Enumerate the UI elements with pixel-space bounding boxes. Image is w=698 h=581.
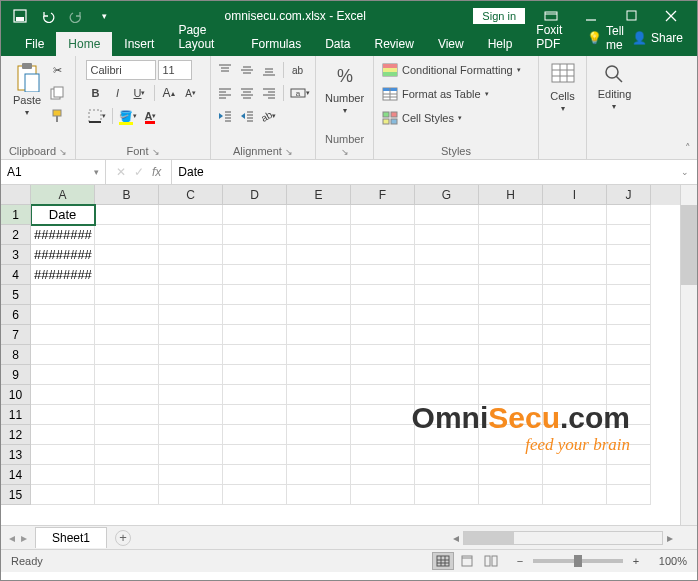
tab-page-layout[interactable]: Page Layout <box>166 18 239 56</box>
cell[interactable] <box>31 445 95 465</box>
cells-button[interactable]: Cells ▾ <box>546 60 580 115</box>
cell[interactable] <box>415 345 479 365</box>
expand-formula-bar-icon[interactable]: ⌄ <box>673 167 697 177</box>
cell[interactable] <box>95 365 159 385</box>
tab-help[interactable]: Help <box>476 32 525 56</box>
cell[interactable] <box>351 385 415 405</box>
row-header[interactable]: 3 <box>1 245 30 265</box>
cell[interactable] <box>415 285 479 305</box>
cell[interactable] <box>223 385 287 405</box>
redo-icon[interactable] <box>63 4 89 28</box>
cell[interactable] <box>543 365 607 385</box>
cell[interactable] <box>543 205 607 225</box>
cell[interactable] <box>159 205 223 225</box>
cell[interactable] <box>543 285 607 305</box>
zoom-slider[interactable] <box>533 559 623 563</box>
cell[interactable] <box>223 265 287 285</box>
row-header[interactable]: 5 <box>1 285 30 305</box>
cell[interactable] <box>223 205 287 225</box>
cell[interactable] <box>287 485 351 505</box>
cell[interactable] <box>607 305 651 325</box>
cells-area[interactable]: OmniSecu.com feed your brain Date#######… <box>31 205 680 505</box>
align-left-button[interactable] <box>215 83 235 103</box>
cell[interactable] <box>287 445 351 465</box>
font-size-select[interactable]: 11 <box>158 60 192 80</box>
row-header[interactable]: 10 <box>1 385 30 405</box>
paste-button[interactable]: Paste ▾ <box>9 60 45 126</box>
cell[interactable] <box>287 285 351 305</box>
tab-data[interactable]: Data <box>313 32 362 56</box>
column-header[interactable]: I <box>543 185 607 205</box>
cell-styles-button[interactable]: Cell Styles▾ <box>380 108 532 128</box>
name-box[interactable]: A1▾ <box>1 160 106 184</box>
cell[interactable] <box>159 305 223 325</box>
borders-button[interactable]: ▾ <box>86 106 108 126</box>
page-layout-view-button[interactable] <box>456 552 478 570</box>
tab-home[interactable]: Home <box>56 32 112 56</box>
cell[interactable] <box>223 305 287 325</box>
cell[interactable] <box>543 465 607 485</box>
cell[interactable] <box>607 225 651 245</box>
new-sheet-button[interactable]: + <box>115 530 131 546</box>
cell[interactable] <box>351 285 415 305</box>
cell[interactable] <box>479 445 543 465</box>
row-header[interactable]: 7 <box>1 325 30 345</box>
conditional-formatting-button[interactable]: Conditional Formatting▾ <box>380 60 532 80</box>
wrap-text-button[interactable]: ab <box>288 60 308 80</box>
cell[interactable] <box>95 345 159 365</box>
cell[interactable] <box>607 205 651 225</box>
cell[interactable] <box>31 365 95 385</box>
row-header[interactable]: 15 <box>1 485 30 505</box>
cell[interactable] <box>223 485 287 505</box>
cell[interactable] <box>351 365 415 385</box>
cell[interactable] <box>479 405 543 425</box>
row-header[interactable]: 11 <box>1 405 30 425</box>
cell[interactable] <box>351 405 415 425</box>
cell[interactable] <box>543 225 607 245</box>
cell[interactable] <box>159 445 223 465</box>
cell[interactable] <box>95 265 159 285</box>
cell[interactable] <box>479 345 543 365</box>
cell[interactable] <box>223 225 287 245</box>
cell[interactable] <box>415 465 479 485</box>
cell[interactable] <box>543 485 607 505</box>
cell[interactable] <box>31 325 95 345</box>
cell[interactable] <box>351 245 415 265</box>
page-break-view-button[interactable] <box>480 552 502 570</box>
cell[interactable] <box>479 385 543 405</box>
row-header[interactable]: 14 <box>1 465 30 485</box>
cell[interactable] <box>351 265 415 285</box>
cell[interactable] <box>287 325 351 345</box>
cell[interactable] <box>159 265 223 285</box>
tab-foxit-pdf[interactable]: Foxit PDF <box>524 18 587 56</box>
cell[interactable] <box>223 285 287 305</box>
cell[interactable] <box>479 465 543 485</box>
cell[interactable] <box>415 485 479 505</box>
cell[interactable] <box>287 365 351 385</box>
sheet-tab[interactable]: Sheet1 <box>35 527 107 548</box>
editing-button[interactable]: Editing ▾ <box>594 60 636 113</box>
cell[interactable] <box>543 425 607 445</box>
cell[interactable] <box>351 425 415 445</box>
cell[interactable] <box>607 265 651 285</box>
column-header[interactable]: J <box>607 185 651 205</box>
cut-button[interactable]: ✂ <box>47 60 67 80</box>
cell[interactable] <box>607 385 651 405</box>
column-header[interactable]: F <box>351 185 415 205</box>
cell[interactable] <box>159 485 223 505</box>
cell[interactable] <box>287 245 351 265</box>
cell[interactable] <box>607 325 651 345</box>
cell[interactable] <box>287 465 351 485</box>
zoom-out-button[interactable]: − <box>513 555 527 567</box>
cell[interactable] <box>223 365 287 385</box>
cell[interactable] <box>479 225 543 245</box>
orientation-button[interactable]: ab▾ <box>259 106 279 126</box>
cell[interactable] <box>31 385 95 405</box>
row-header[interactable]: 12 <box>1 425 30 445</box>
horizontal-scrollbar[interactable] <box>463 531 663 545</box>
save-icon[interactable] <box>7 4 33 28</box>
cell[interactable] <box>95 325 159 345</box>
cell[interactable] <box>479 285 543 305</box>
cancel-formula-icon[interactable]: ✕ <box>116 165 126 179</box>
zoom-in-button[interactable]: + <box>629 555 643 567</box>
